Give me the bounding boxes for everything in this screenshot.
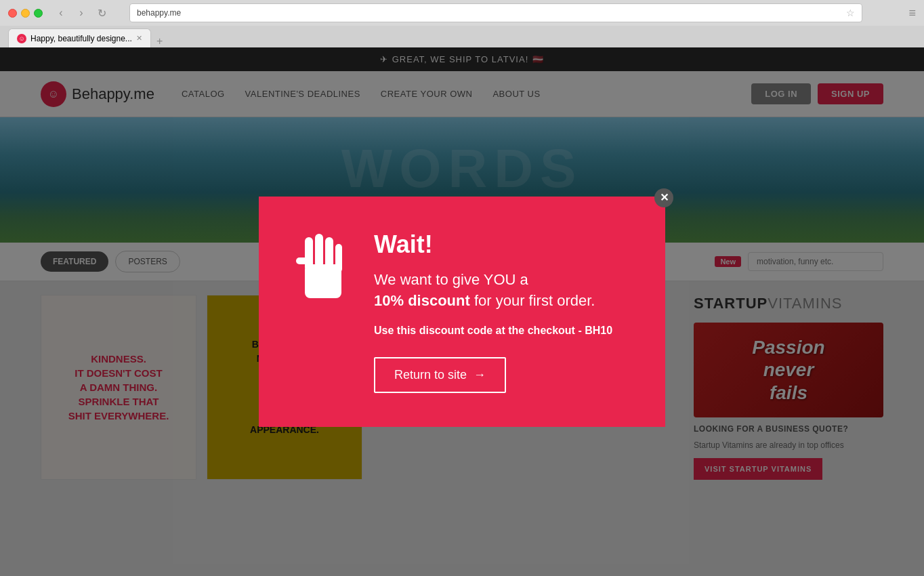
close-window-button[interactable] — [8, 9, 17, 18]
tab-favicon: ☺ — [17, 34, 26, 43]
minimize-window-button[interactable] — [21, 9, 30, 18]
svg-rect-5 — [296, 258, 308, 264]
modal-close-button[interactable]: ✕ — [654, 188, 673, 207]
svg-rect-1 — [305, 237, 313, 271]
tab-close-icon[interactable]: ✕ — [136, 34, 142, 43]
modal-content: Wait! We want to give YOU a 10% discount… — [374, 230, 612, 394]
svg-rect-4 — [335, 244, 342, 272]
bookmark-icon[interactable]: ☆ — [846, 7, 855, 18]
modal-dialog: ✕ — [259, 197, 665, 428]
browser-menu-icon[interactable]: ≡ — [908, 6, 916, 20]
window-controls — [8, 9, 43, 18]
return-to-site-button[interactable]: Return to site → — [374, 357, 506, 393]
svg-rect-2 — [315, 234, 323, 268]
tab-title: Happy, beautifully designe... — [30, 34, 132, 43]
back-button[interactable]: ‹ — [54, 5, 68, 20]
modal-overlay: ✕ — [0, 47, 924, 576]
address-bar[interactable]: behappy.me ☆ — [129, 3, 862, 22]
browser-tab[interactable]: ☺ Happy, beautifully designe... ✕ — [8, 28, 151, 47]
new-tab-button[interactable]: + — [156, 35, 163, 47]
modal-body: We want to give YOU a 10% discount for y… — [374, 270, 612, 312]
browser-chrome: ‹ › ↻ behappy.me ☆ ≡ ☺ Happy, beautifull… — [0, 0, 924, 47]
address-text: behappy.me — [137, 8, 181, 18]
modal-title: Wait! — [374, 230, 612, 259]
browser-nav: ‹ › ↻ — [54, 5, 109, 20]
hand-icon — [293, 230, 354, 312]
refresh-button[interactable]: ↻ — [94, 5, 109, 20]
forward-button[interactable]: › — [74, 5, 89, 20]
modal-discount-code: Use this discount code at the checkout -… — [374, 325, 612, 337]
svg-rect-3 — [325, 237, 333, 270]
maximize-window-button[interactable] — [34, 9, 43, 18]
